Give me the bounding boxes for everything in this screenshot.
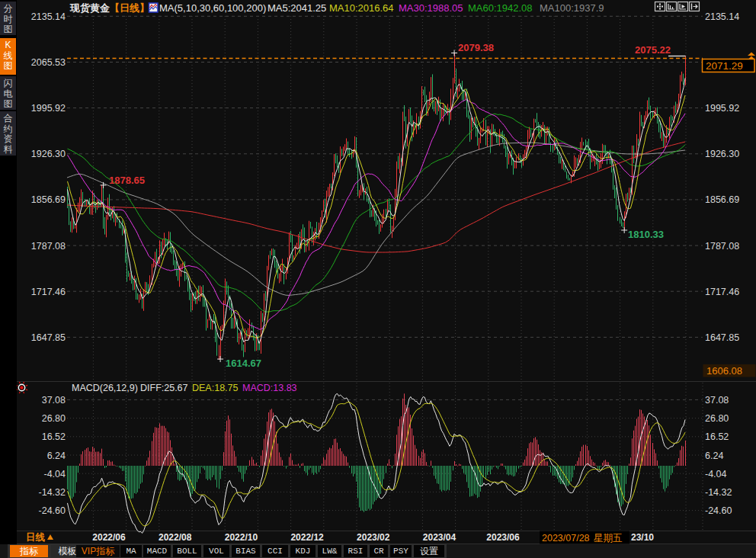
svg-text:1787.08: 1787.08 <box>705 241 739 252</box>
svg-text:2023/02: 2023/02 <box>357 532 390 543</box>
svg-text:-24.60: -24.60 <box>39 505 66 516</box>
svg-text:1647.85: 1647.85 <box>31 332 66 343</box>
svg-text:16.52: 16.52 <box>42 431 66 442</box>
svg-text:1647.85: 1647.85 <box>705 332 739 343</box>
svg-text:MA5:2041.25: MA5:2041.25 <box>267 2 326 14</box>
svg-text:MA(5,10,30,60,100,200): MA(5,10,30,60,100,200) <box>159 2 266 14</box>
svg-text:6.24: 6.24 <box>47 451 66 461</box>
svg-text:2022/08: 2022/08 <box>159 532 192 543</box>
svg-text:23/10: 23/10 <box>631 532 654 543</box>
svg-text:1878.65: 1878.65 <box>109 175 145 186</box>
svg-text:1606.08: 1606.08 <box>706 365 742 377</box>
svg-text:-4.04: -4.04 <box>44 469 66 479</box>
svg-text:2079.38: 2079.38 <box>458 42 494 53</box>
svg-text:-4.04: -4.04 <box>705 469 727 479</box>
svg-text:DIFF:25.67: DIFF:25.67 <box>140 383 188 393</box>
svg-text:1995.92: 1995.92 <box>705 103 739 114</box>
svg-text:MA10:2016.64: MA10:2016.64 <box>329 2 394 14</box>
svg-text:1995.92: 1995.92 <box>31 103 66 114</box>
svg-text:日线: 日线 <box>26 532 46 543</box>
svg-text:DEA:18.75: DEA:18.75 <box>192 383 239 393</box>
svg-text:MACD:13.83: MACD:13.83 <box>242 383 297 393</box>
svg-text:2065.53: 2065.53 <box>31 57 66 68</box>
svg-text:2023/04: 2023/04 <box>423 532 456 543</box>
svg-text:-14.32: -14.32 <box>39 487 66 498</box>
svg-text:1856.69: 1856.69 <box>705 194 739 205</box>
svg-text:16.52: 16.52 <box>705 431 729 442</box>
svg-text:2135.14: 2135.14 <box>705 11 739 22</box>
svg-text:2022/06: 2022/06 <box>92 532 126 543</box>
svg-text:1717.46: 1717.46 <box>31 287 66 297</box>
svg-text:2135.14: 2135.14 <box>31 11 66 22</box>
svg-text:MACD(26,12,9): MACD(26,12,9) <box>72 383 138 393</box>
svg-text:1856.69: 1856.69 <box>31 194 66 205</box>
svg-text:2023/07/28: 2023/07/28 <box>542 533 590 544</box>
svg-text:2075.22: 2075.22 <box>635 44 671 56</box>
svg-text:2023/06: 2023/06 <box>486 532 520 543</box>
svg-text:MA60:1942.08: MA60:1942.08 <box>468 2 533 14</box>
svg-text:6.24: 6.24 <box>705 451 723 461</box>
svg-text:现货黄金: 现货黄金 <box>69 2 111 14</box>
svg-text:MA30:1988.05: MA30:1988.05 <box>399 2 463 14</box>
svg-text:-14.32: -14.32 <box>705 487 732 498</box>
svg-text:26.80: 26.80 <box>42 413 66 424</box>
svg-text:1787.08: 1787.08 <box>31 241 66 252</box>
svg-text:37.08: 37.08 <box>705 395 729 406</box>
svg-text:37.08: 37.08 <box>42 395 66 406</box>
svg-text:2071.29: 2071.29 <box>706 60 743 72</box>
svg-text:MA100:1937.9: MA100:1937.9 <box>540 2 604 14</box>
svg-text:2022/12: 2022/12 <box>290 532 324 543</box>
svg-text:2022/10: 2022/10 <box>225 532 258 543</box>
svg-text:1810.33: 1810.33 <box>628 229 664 240</box>
svg-text:【日线】: 【日线】 <box>110 2 149 14</box>
svg-text:1926.30: 1926.30 <box>31 149 66 159</box>
svg-text:星期五: 星期五 <box>594 533 623 544</box>
svg-text:1614.67: 1614.67 <box>226 358 261 369</box>
svg-text:-24.60: -24.60 <box>705 505 732 516</box>
svg-text:1926.30: 1926.30 <box>705 149 739 159</box>
svg-text:26.80: 26.80 <box>705 413 729 424</box>
svg-text:1717.46: 1717.46 <box>705 287 739 297</box>
